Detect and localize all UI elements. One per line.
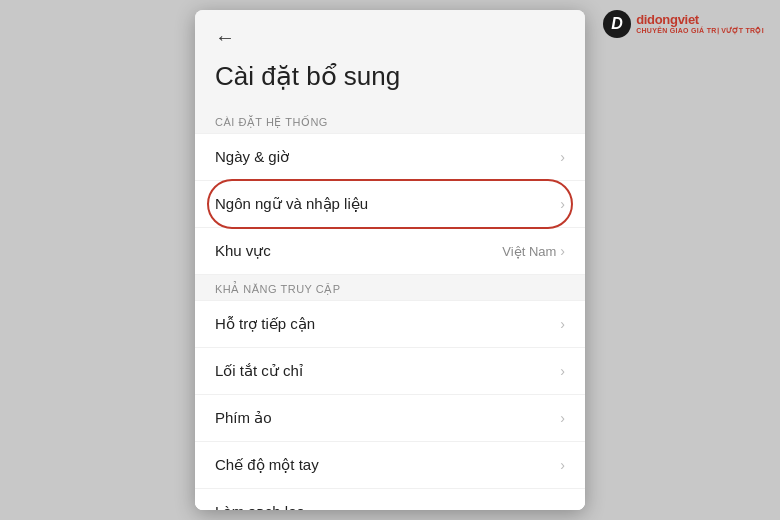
chevron-right-icon: ›: [560, 504, 565, 510]
top-bar: ←: [195, 10, 585, 57]
menu-item-region[interactable]: Khu vực Việt Nam ›: [195, 228, 585, 275]
menu-item-one-hand[interactable]: Chế độ một tay ›: [195, 442, 585, 489]
system-settings-group: Ngày & giờ › Ngôn ngữ và nhập liệu › Khu…: [195, 133, 585, 275]
menu-item-label: Khu vực: [215, 242, 271, 260]
section-label-accessibility: KHẢ NĂNG TRUY CẬP: [195, 275, 585, 300]
chevron-right-icon: ›: [560, 149, 565, 165]
chevron-right-icon: ›: [560, 316, 565, 332]
menu-item-language[interactable]: Ngôn ngữ và nhập liệu ›: [195, 181, 585, 228]
menu-item-virtual-keyboard[interactable]: Phím ảo ›: [195, 395, 585, 442]
menu-item-label: Chế độ một tay: [215, 456, 319, 474]
chevron-right-icon: ›: [560, 243, 565, 259]
accessibility-group: Hỗ trợ tiếp cận › Lối tắt cử chỉ › Phím …: [195, 300, 585, 510]
chevron-right-icon: ›: [560, 457, 565, 473]
menu-item-label: Ngày & giờ: [215, 148, 289, 166]
section-label-system: CÀI ĐẶT HỆ THỐNG: [195, 108, 585, 133]
page-title: Cài đặt bổ sung: [195, 57, 585, 108]
chevron-right-icon: ›: [560, 410, 565, 426]
chevron-right-icon: ›: [560, 363, 565, 379]
brand-slogan: CHUYÊN GIAO GIÁ TRỊ VƯỢT TRỘI: [636, 27, 764, 35]
menu-item-label: Ngôn ngữ và nhập liệu: [215, 195, 368, 213]
menu-item-label: Hỗ trợ tiếp cận: [215, 315, 315, 333]
menu-item-date-time[interactable]: Ngày & giờ ›: [195, 133, 585, 181]
settings-screen: ← Cài đặt bổ sung CÀI ĐẶT HỆ THỐNG Ngày …: [195, 10, 585, 510]
menu-item-value-group: Việt Nam ›: [502, 243, 565, 259]
menu-item-label: Phím ảo: [215, 409, 272, 427]
brand-logo: D didongviet CHUYÊN GIAO GIÁ TRỊ VƯỢT TR…: [603, 10, 764, 38]
region-value: Việt Nam: [502, 244, 556, 259]
back-button[interactable]: ←: [215, 26, 235, 49]
menu-item-accessibility[interactable]: Hỗ trợ tiếp cận ›: [195, 300, 585, 348]
brand-name: didongviet: [636, 13, 764, 27]
logo-text: didongviet CHUYÊN GIAO GIÁ TRỊ VƯỢT TRỘI: [636, 13, 764, 35]
menu-item-clean-speaker[interactable]: Làm sạch loa ›: [195, 489, 585, 510]
chevron-right-icon: ›: [560, 196, 565, 212]
logo-d-icon: D: [603, 10, 631, 38]
menu-item-gestures[interactable]: Lối tắt cử chỉ ›: [195, 348, 585, 395]
menu-item-label: Lối tắt cử chỉ: [215, 362, 303, 380]
menu-item-label: Làm sạch loa: [215, 503, 305, 510]
phone-screen: ← Cài đặt bổ sung CÀI ĐẶT HỆ THỐNG Ngày …: [195, 10, 585, 510]
